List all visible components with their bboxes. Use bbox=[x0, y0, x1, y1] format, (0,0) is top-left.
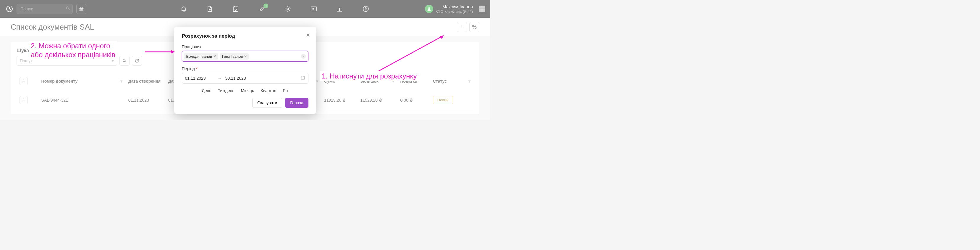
period-label: Період * bbox=[182, 66, 309, 71]
employee-tag[interactable]: Володя Іванов✕ bbox=[184, 53, 218, 59]
clear-all-icon[interactable]: ✕ bbox=[301, 54, 306, 59]
cancel-button[interactable]: Скасувати bbox=[252, 98, 282, 108]
preset-week[interactable]: Тиждень bbox=[218, 88, 234, 93]
close-icon[interactable]: ✕ bbox=[306, 32, 310, 38]
remove-tag-icon[interactable]: ✕ bbox=[213, 54, 216, 58]
annotation-1: 1. Натиснути для розрахунку bbox=[320, 71, 418, 81]
preset-day[interactable]: День bbox=[202, 88, 211, 93]
employee-label: Працівник bbox=[182, 45, 309, 49]
calendar-icon[interactable] bbox=[301, 75, 305, 81]
date-to-input[interactable] bbox=[225, 76, 255, 80]
period-modal: ✕ Розрахунок за період Працівник Володя … bbox=[174, 27, 316, 114]
remove-tag-icon[interactable]: ✕ bbox=[244, 54, 247, 58]
preset-month[interactable]: Місяць bbox=[241, 88, 254, 93]
arrow-right-icon: → bbox=[218, 75, 223, 81]
annotation-2: 2. Можна обрати одного або декількох пра… bbox=[29, 41, 117, 60]
employee-input[interactable]: Володя Іванов✕ Гена Іванов✕ ✕ bbox=[182, 51, 309, 62]
preset-year[interactable]: Рік bbox=[283, 88, 288, 93]
presets: День Тиждень Місяць Квартал Рік bbox=[182, 88, 309, 93]
employee-tag[interactable]: Гена Іванов✕ bbox=[220, 53, 249, 59]
date-range-input[interactable]: → bbox=[182, 73, 309, 83]
modal-title: Розрахунок за період bbox=[182, 33, 309, 39]
preset-quarter[interactable]: Квартал bbox=[261, 88, 276, 93]
date-from-input[interactable] bbox=[185, 76, 215, 80]
svg-rect-11 bbox=[301, 76, 304, 79]
ok-button[interactable]: Гаразд bbox=[285, 98, 308, 108]
